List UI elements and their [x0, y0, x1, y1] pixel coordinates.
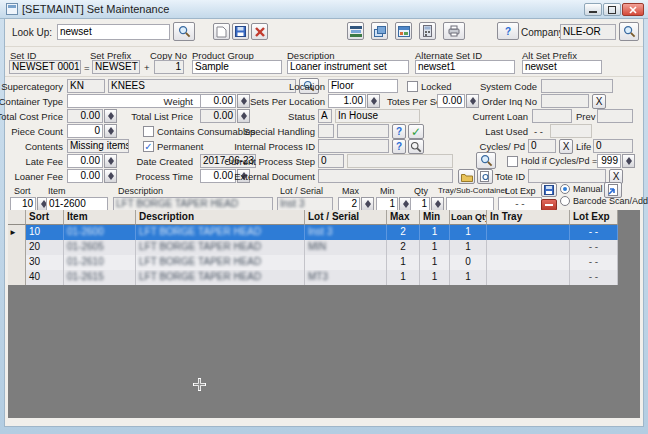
cell-lot-exp[interactable]: - - [570, 225, 618, 240]
cell-item[interactable]: 01-2610 [64, 255, 136, 270]
calculator-button[interactable] [419, 22, 436, 40]
minimize-button[interactable] [584, 3, 602, 16]
process-step-search-button[interactable] [476, 152, 496, 169]
loaner-fee-spinner[interactable] [104, 169, 117, 183]
description-field[interactable]: Loaner instrument set [287, 60, 409, 74]
cell-loan-qty[interactable]: 1 [450, 240, 487, 255]
cell-min[interactable]: 1 [420, 240, 450, 255]
cell-max[interactable]: 2 [387, 225, 420, 240]
cell-lot-exp[interactable]: - - [570, 240, 618, 255]
order-inq-clear-button[interactable]: X [592, 94, 606, 109]
process-time-field[interactable]: 0.00 [200, 169, 236, 183]
close-button[interactable] [622, 3, 644, 16]
maximize-button[interactable] [603, 3, 621, 16]
sets-per-location-field[interactable]: 1.00 [328, 94, 366, 108]
cell-in-tray[interactable] [487, 255, 570, 270]
edit-lot-exp-field[interactable]: - - [498, 197, 542, 211]
grid-row-2[interactable]: 20 01-2605 LFT BORGE TAPER HEAD MIN 2 1 … [8, 240, 640, 255]
piece-count-field[interactable]: 0 [67, 124, 103, 138]
cell-loan-qty[interactable]: 1 [450, 225, 487, 240]
cell-in-tray[interactable] [487, 225, 570, 240]
copy-set-button[interactable] [371, 22, 388, 40]
cell-max[interactable]: 2 [387, 240, 420, 255]
grid-row-1[interactable]: ► 10 01-2600 LFT BORGE TAPER HEAD Inst 3… [8, 225, 640, 240]
external-document-preview-button[interactable] [477, 169, 493, 184]
total-list-price-spinner[interactable] [237, 109, 250, 123]
ledger-button[interactable] [347, 22, 364, 40]
cell-description[interactable]: LFT BORGE TAPER HEAD [136, 270, 305, 285]
cell-max[interactable]: 1 [387, 270, 420, 285]
hold-if-cycles-spinner[interactable] [622, 154, 635, 168]
save-button[interactable] [232, 23, 249, 40]
row-save-button[interactable] [541, 183, 557, 197]
total-cost-price-spinner[interactable] [104, 109, 117, 123]
alternate-set-id-field[interactable]: newset1 [415, 60, 515, 74]
product-group-field[interactable]: Sample [192, 60, 282, 74]
company-search-button[interactable] [619, 22, 639, 41]
edit-max-spinner[interactable] [361, 197, 374, 211]
cell-min[interactable]: 1 [420, 270, 450, 285]
cell-lot-serial[interactable]: MIN [305, 240, 387, 255]
edit-tray-field[interactable] [446, 197, 494, 211]
cell-sort[interactable]: 40 [26, 270, 64, 285]
internal-process-zoom-button[interactable] [408, 139, 424, 154]
internal-process-help-button[interactable]: ? [392, 139, 406, 154]
import-items-button[interactable] [604, 182, 622, 198]
grid-row-3[interactable]: 30 01-2610 LFT BORGE TAPER HEAD 1 1 0 - … [8, 255, 640, 270]
hold-if-cycles-field[interactable]: 999 [597, 154, 621, 168]
permanent-checkbox[interactable] [143, 141, 154, 152]
edit-qty-spinner[interactable] [431, 197, 444, 211]
grid-row-4[interactable]: 40 01-2615 LFT BORGE TAPER HEAD MT3 1 1 … [8, 270, 640, 285]
cell-lot-exp[interactable]: - - [570, 255, 618, 270]
edit-max-field[interactable]: 2 [338, 197, 360, 211]
external-document-folder-button[interactable] [458, 169, 475, 184]
cell-in-tray[interactable] [487, 270, 570, 285]
cell-description[interactable]: LFT BORGE TAPER HEAD [136, 225, 305, 240]
edit-min-field[interactable]: 1 [376, 197, 398, 211]
special-handling-ok-button[interactable]: ✓ [408, 124, 424, 139]
form-view-button[interactable] [395, 22, 412, 40]
loaner-fee-field[interactable]: 0.00 [67, 169, 103, 183]
cell-item[interactable]: 01-2600 [64, 225, 136, 240]
cell-item[interactable]: 01-2605 [64, 240, 136, 255]
alt-set-prefix-field[interactable]: newset [522, 60, 602, 74]
help-button[interactable]: ? [497, 22, 519, 40]
edit-qty-field[interactable]: 1 [410, 197, 430, 211]
cell-lot-serial[interactable]: Inst 3 [305, 225, 387, 240]
weight-spinner[interactable] [237, 94, 250, 108]
hold-if-cycles-checkbox[interactable] [507, 156, 518, 167]
lookup-input[interactable]: newset [57, 24, 170, 40]
cell-lot-serial[interactable] [305, 255, 387, 270]
lookup-search-button[interactable] [173, 22, 195, 41]
cell-min[interactable]: 1 [420, 225, 450, 240]
totes-per-set-spinner[interactable] [466, 94, 479, 108]
cell-sort[interactable]: 20 [26, 240, 64, 255]
locked-checkbox[interactable] [407, 81, 418, 92]
new-record-button[interactable] [213, 23, 230, 40]
cell-loan-qty[interactable]: 0 [450, 255, 487, 270]
barcode-scan-radio[interactable] [560, 196, 570, 206]
delete-button[interactable] [251, 23, 268, 40]
print-button[interactable] [443, 22, 465, 40]
cell-description[interactable]: LFT BORGE TAPER HEAD [136, 240, 305, 255]
sets-per-location-spinner[interactable] [367, 94, 380, 108]
weight-field[interactable]: 0.00 [200, 94, 236, 108]
edit-sort-field[interactable]: 10 [10, 197, 36, 211]
cycles-pd-clear-button[interactable]: X [559, 139, 573, 154]
cell-sort[interactable]: 10 [26, 225, 64, 240]
contains-consumables-checkbox[interactable] [143, 126, 154, 137]
late-fee-field[interactable]: 0.00 [67, 154, 103, 168]
cell-min[interactable]: 1 [420, 255, 450, 270]
late-fee-spinner[interactable] [104, 154, 117, 168]
cell-lot-exp[interactable]: - - [570, 270, 618, 285]
piece-count-spinner[interactable] [104, 124, 117, 138]
cell-loan-qty[interactable]: 1 [450, 270, 487, 285]
cell-lot-serial[interactable]: MT3 [305, 270, 387, 285]
cell-sort[interactable]: 30 [26, 255, 64, 270]
cell-in-tray[interactable] [487, 240, 570, 255]
cell-item[interactable]: 01-2615 [64, 270, 136, 285]
totes-per-set-field[interactable]: 0.00 [437, 94, 465, 108]
cell-max[interactable]: 1 [387, 255, 420, 270]
special-handling-help-button[interactable]: ? [392, 124, 406, 139]
edit-item-field[interactable]: 01-2600 [46, 197, 108, 211]
